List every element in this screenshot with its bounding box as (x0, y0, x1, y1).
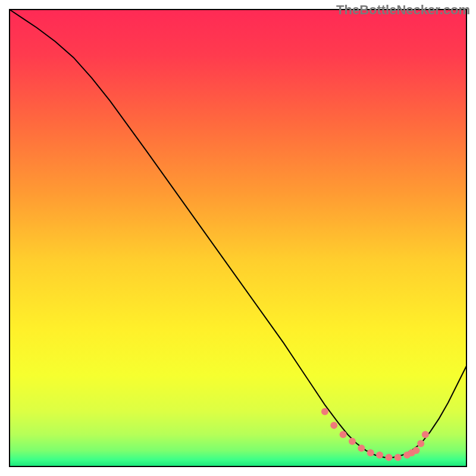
marker-point (330, 422, 337, 429)
marker-point (422, 431, 429, 438)
marker-point (385, 454, 392, 461)
marker-point (340, 431, 347, 438)
watermark-text: TheBottleNecker.com (336, 2, 470, 18)
marker-point (367, 449, 374, 456)
chart-frame (9, 9, 467, 467)
marker-point (394, 454, 402, 461)
chart-svg (9, 9, 467, 467)
chart-container: TheBottleNecker.com (0, 0, 476, 476)
marker-point (358, 444, 365, 452)
marker-point (417, 440, 424, 447)
marker-point (413, 447, 420, 454)
marker-point (376, 452, 383, 459)
marker-point (349, 438, 356, 445)
gradient-background (10, 10, 466, 466)
marker-point (321, 408, 328, 415)
